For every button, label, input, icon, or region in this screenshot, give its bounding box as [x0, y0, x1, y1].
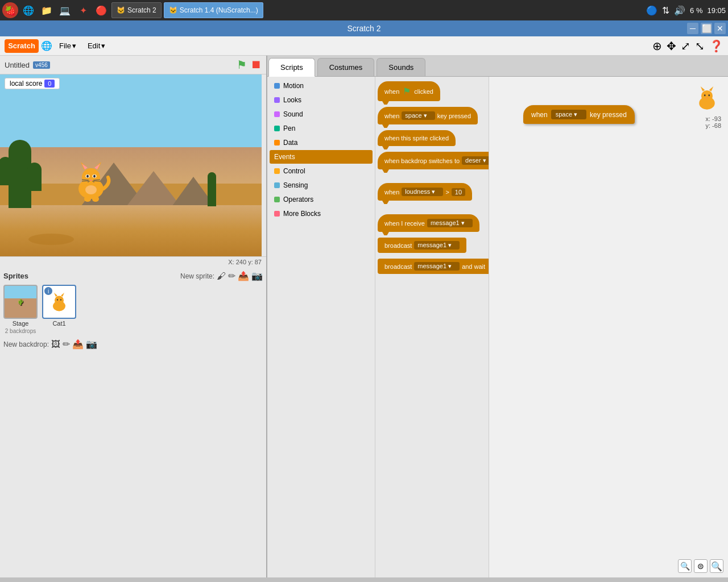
- ground: [0, 205, 262, 256]
- minimize-button[interactable]: ─: [687, 23, 698, 34]
- cat-label: Cat1: [52, 320, 65, 327]
- category-sound[interactable]: Sound: [270, 107, 373, 121]
- operators-label: Operators: [283, 196, 313, 203]
- edit-backdrop-button[interactable]: ✏: [63, 339, 70, 350]
- control-dot: [274, 168, 280, 174]
- file-menu[interactable]: File ▾: [55, 39, 81, 52]
- upload-sprite-button[interactable]: 📤: [238, 271, 249, 281]
- block-broadcast-wait[interactable]: broadcast message1 ▾ and wait: [378, 259, 489, 274]
- scratch2-taskbar-btn[interactable]: 🐱 Scratch 2: [111, 2, 162, 18]
- svg-rect-16: [92, 196, 99, 202]
- menubar: Scratch 🌐 File ▾ Edit ▾ ⊕ ✥ ⤢ ⤡ ❓: [0, 36, 728, 56]
- category-control[interactable]: Control: [270, 164, 373, 178]
- edit-menu[interactable]: Edit ▾: [83, 39, 110, 52]
- green-flag-button[interactable]: ⚑: [237, 58, 247, 72]
- block-when-receive[interactable]: when I receive message1 ▾: [378, 214, 479, 232]
- backdrop-dropdown[interactable]: deser ▾: [462, 156, 489, 165]
- star-icon[interactable]: ✦: [75, 2, 91, 18]
- zoom-reset-button[interactable]: ⊜: [694, 559, 708, 573]
- shrink-icon[interactable]: ⤡: [695, 39, 705, 53]
- sprite-info-icon[interactable]: i: [44, 287, 52, 295]
- category-pen[interactable]: Pen: [270, 122, 373, 135]
- wolf-icon[interactable]: 🔴: [93, 2, 109, 18]
- tab-scripts[interactable]: Scripts: [268, 58, 315, 77]
- duplicate-icon[interactable]: ⊕: [652, 39, 662, 53]
- paint-backdrop-button[interactable]: 🖼: [51, 339, 60, 350]
- raspberry-icon[interactable]: 🍓: [2, 2, 18, 18]
- blocks-panel: when ⚑ clicked when space ▾ key pressed …: [375, 77, 489, 577]
- expand-icon[interactable]: ⤢: [681, 39, 690, 53]
- tab-sounds[interactable]: Sounds: [377, 58, 425, 76]
- close-button[interactable]: ✕: [714, 23, 726, 34]
- block-when-backdrop[interactable]: when backdrop switches to deser ▾: [378, 152, 489, 169]
- pen-label: Pen: [283, 124, 295, 132]
- cat-sprite[interactable]: [68, 157, 114, 211]
- broadcast-dropdown[interactable]: message1 ▾: [414, 241, 460, 250]
- edit-label: Edit: [88, 41, 100, 50]
- move-icon[interactable]: ✥: [667, 39, 676, 53]
- new-sprite-row: New sprite: 🖌 ✏ 📤 📷: [180, 271, 263, 281]
- control-label: Control: [283, 167, 305, 175]
- right-panel: Scripts Costumes Sounds Motion: [267, 56, 728, 577]
- block-when-sprite-clicked[interactable]: when this sprite clicked: [378, 130, 456, 146]
- terminal-icon[interactable]: 💻: [57, 2, 73, 18]
- sensor-value[interactable]: 10: [452, 188, 465, 196]
- cat-sprite-item[interactable]: i Cat1: [42, 285, 76, 334]
- sensor-dropdown[interactable]: loudness ▾: [402, 188, 443, 196]
- category-events[interactable]: Events: [270, 150, 373, 164]
- svg-point-29: [704, 94, 706, 96]
- data-label: Data: [283, 139, 297, 147]
- svg-point-9: [93, 175, 96, 178]
- workspace-placed-block[interactable]: when space ▾ key pressed: [523, 105, 635, 124]
- help-icon[interactable]: ❓: [709, 39, 723, 53]
- category-sensing[interactable]: Sensing: [270, 178, 373, 192]
- stage-title: Untitled: [5, 61, 30, 69]
- stage-sprite-item[interactable]: 🌵 Stage 2 backdrops: [3, 285, 38, 334]
- scratch14-icon: 🐱: [169, 6, 177, 14]
- ground-spots: [28, 234, 74, 245]
- block-broadcast[interactable]: broadcast message1 ▾: [378, 238, 466, 253]
- block-when-key-pressed[interactable]: when space ▾ key pressed: [378, 107, 478, 124]
- file-chevron-icon: ▾: [72, 41, 76, 50]
- logo-text: Scratch: [8, 41, 35, 50]
- workspace-key-dropdown[interactable]: space ▾: [551, 110, 586, 119]
- category-operators[interactable]: Operators: [270, 193, 373, 206]
- paint-sprite-button[interactable]: 🖌: [217, 271, 226, 281]
- receive-dropdown[interactable]: message1 ▾: [427, 219, 473, 227]
- cat-y-coord: y: -68: [705, 122, 721, 129]
- block-when-flag-clicked[interactable]: when ⚑ clicked: [378, 81, 440, 101]
- scratch14-taskbar-btn[interactable]: 🐱 Scratch 1.4 (NuScratch...): [164, 2, 263, 18]
- category-motion[interactable]: Motion: [270, 79, 373, 93]
- svg-marker-20: [54, 293, 57, 297]
- maximize-button[interactable]: ⬜: [701, 23, 712, 34]
- category-more[interactable]: More Blocks: [270, 207, 373, 221]
- browser-icon[interactable]: 🌐: [20, 2, 36, 18]
- camera-backdrop-button[interactable]: 📷: [86, 339, 97, 350]
- more-label: More Blocks: [283, 210, 321, 218]
- files-icon[interactable]: 📁: [39, 2, 55, 18]
- camera-sprite-button[interactable]: 📷: [251, 271, 263, 281]
- broadcast-wait-dropdown[interactable]: message1 ▾: [414, 262, 460, 271]
- category-data[interactable]: Data: [270, 136, 373, 149]
- svg-marker-27: [701, 86, 705, 92]
- looks-label: Looks: [283, 96, 301, 104]
- globe-icon[interactable]: 🌐: [41, 40, 52, 51]
- block-when-sensor[interactable]: when loudness ▾ > 10: [378, 183, 472, 201]
- when-receive-label: when I receive: [384, 220, 425, 227]
- motion-label: Motion: [283, 82, 304, 90]
- and-wait-label: and wait: [462, 263, 485, 270]
- workspace-when-label: when: [531, 111, 548, 119]
- zoom-in-button[interactable]: 🔍: [710, 559, 723, 573]
- operators-dot: [274, 197, 280, 202]
- upload-backdrop-button[interactable]: 📤: [72, 339, 84, 350]
- zoom-out-button[interactable]: 🔍: [678, 559, 692, 573]
- more-dot: [274, 211, 280, 217]
- clock-label: 19:05: [707, 6, 726, 15]
- sensing-dot: [274, 182, 280, 188]
- key-dropdown[interactable]: space ▾: [402, 111, 435, 120]
- category-looks[interactable]: Looks: [270, 93, 373, 107]
- stop-button[interactable]: ⏹: [250, 58, 262, 72]
- tab-costumes[interactable]: Costumes: [317, 58, 375, 76]
- edit-sprite-button[interactable]: ✏: [228, 271, 235, 281]
- cactus-small: [208, 172, 216, 206]
